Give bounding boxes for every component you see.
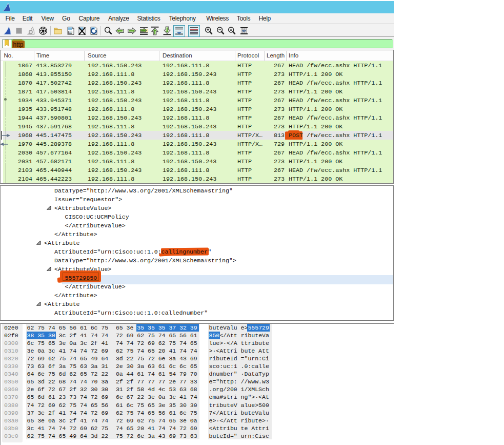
svg-text:010: 010 <box>68 31 72 34</box>
